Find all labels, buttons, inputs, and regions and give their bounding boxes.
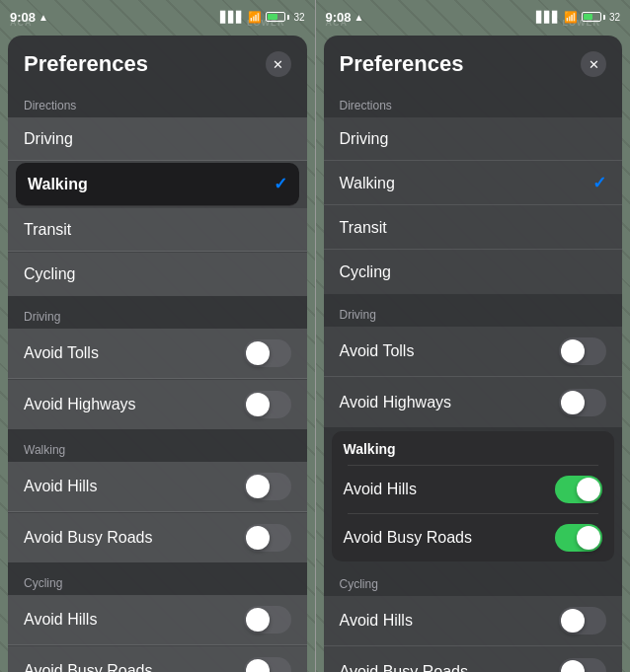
close-button-right[interactable]: ✕ — [581, 51, 606, 77]
list-item-cycling-right[interactable]: Cycling — [324, 251, 623, 294]
wifi-icon-right: 📶 — [564, 11, 578, 24]
cycling-group-right: Avoid Hills Avoid Busy Roads — [324, 596, 623, 672]
walking-group-left: Avoid Hills Avoid Busy Roads — [8, 462, 307, 562]
list-item-cycling-left[interactable]: Cycling — [8, 253, 307, 296]
avoid-busy-roads-cycling-toggle-left[interactable] — [244, 657, 291, 672]
cycling-group-left: Avoid Hills Avoid Busy Roads — [8, 595, 307, 672]
avoid-busy-roads-cycling-toggle-right[interactable] — [559, 658, 606, 672]
cycling-label-right: Cycling — [340, 263, 391, 281]
driving-label-right: Driving — [340, 130, 389, 148]
list-item-driving-right[interactable]: Driving — [324, 117, 623, 161]
avoid-tolls-toggle-left[interactable] — [244, 339, 291, 367]
list-item-avoid-busy-roads-walking-left[interactable]: Avoid Busy Roads — [8, 513, 307, 562]
modal-content-right[interactable]: Directions Driving Walking ✓ Transit Cyc… — [324, 87, 623, 672]
close-button-left[interactable]: ✕ — [266, 51, 291, 77]
cycling-label-left: Cycling — [24, 265, 75, 283]
time-left: 9:08 ▲ — [10, 10, 48, 25]
avoid-hills-cycling-label-right: Avoid Hills — [340, 612, 413, 630]
walking-section-header: Walking — [332, 431, 615, 465]
location-arrow-left: ▲ — [39, 12, 48, 23]
walking-label-left: Walking — [28, 176, 88, 193]
section-header-driving-right: Driving — [324, 296, 623, 326]
status-icons-left: ▋▋▋ 📶 32 — [220, 11, 304, 24]
avoid-hills-walking-label-left: Avoid Hills — [24, 478, 97, 495]
list-item-walking-right[interactable]: Walking ✓ — [324, 162, 623, 205]
preferences-modal-right: Preferences ✕ Directions Driving Walking… — [324, 36, 623, 672]
list-item-transit-left[interactable]: Transit — [8, 208, 307, 252]
driving-group-right: Avoid Tolls Avoid Highways — [324, 327, 623, 427]
driving-label-left: Driving — [24, 130, 73, 148]
transit-label-left: Transit — [24, 221, 71, 239]
avoid-hills-walking-toggle-right[interactable] — [555, 476, 602, 503]
avoid-hills-cycling-toggle-right[interactable] — [559, 607, 606, 635]
left-panel: ACA LOWER 9:08 ▲ ▋▋▋ 📶 32 Preferences ✕ — [0, 0, 315, 672]
status-icons-right: ▋▋▋ 📶 32 — [536, 11, 620, 24]
status-bar-left: 9:08 ▲ ▋▋▋ 📶 32 — [0, 0, 315, 28]
section-header-cycling-left: Cycling — [8, 564, 307, 594]
section-header-directions-left: Directions — [8, 87, 307, 116]
walking-label-right: Walking — [340, 175, 395, 192]
right-panel: ACA LOWER 9:08 ▲ ▋▋▋ 📶 32 Preferences ✕ — [316, 0, 631, 672]
battery-right — [582, 12, 605, 22]
battery-percent-right: 32 — [609, 12, 620, 23]
list-item-driving-left[interactable]: Driving — [8, 117, 307, 161]
avoid-tolls-label-left: Avoid Tolls — [24, 344, 99, 362]
modal-header-right: Preferences ✕ — [324, 36, 623, 87]
driving-group-left: Avoid Tolls Avoid Highways — [8, 329, 307, 429]
avoid-busy-roads-walking-toggle-left[interactable] — [244, 524, 291, 552]
avoid-highways-toggle-left[interactable] — [244, 391, 291, 418]
list-item-transit-right[interactable]: Transit — [324, 206, 623, 250]
list-item-avoid-busy-roads-cycling-left[interactable]: Avoid Busy Roads — [8, 646, 307, 672]
time-right: 9:08 ▲ — [326, 10, 364, 25]
avoid-busy-roads-walking-label-left: Avoid Busy Roads — [24, 529, 152, 547]
list-item-avoid-tolls-right[interactable]: Avoid Tolls — [324, 327, 623, 377]
signal-icon-right: ▋▋▋ — [536, 11, 560, 24]
avoid-hills-walking-label-right: Avoid Hills — [344, 481, 417, 498]
avoid-hills-cycling-label-left: Avoid Hills — [24, 611, 97, 629]
avoid-highways-label-left: Avoid Highways — [24, 396, 136, 413]
avoid-busy-roads-cycling-label-left: Avoid Busy Roads — [24, 662, 152, 672]
avoid-tolls-label-right: Avoid Tolls — [340, 342, 415, 360]
list-item-avoid-hills-walking-left[interactable]: Avoid Hills — [8, 462, 307, 512]
list-item-avoid-highways-right[interactable]: Avoid Highways — [324, 378, 623, 427]
modal-title-left: Preferences — [24, 51, 148, 77]
list-item-avoid-busy-roads-cycling-right[interactable]: Avoid Busy Roads — [324, 647, 623, 672]
list-item-avoid-hills-cycling-left[interactable]: Avoid Hills — [8, 595, 307, 645]
signal-icon-left: ▋▋▋ — [220, 11, 244, 24]
modal-title-right: Preferences — [340, 51, 464, 77]
battery-percent-left: 32 — [293, 12, 304, 23]
avoid-highways-label-right: Avoid Highways — [340, 394, 452, 411]
transit-label-right: Transit — [340, 219, 387, 237]
location-arrow-right: ▲ — [354, 12, 364, 23]
section-header-directions-right: Directions — [324, 87, 623, 116]
avoid-hills-walking-toggle-left[interactable] — [244, 473, 291, 500]
walking-item-avoid-busy-roads[interactable]: Avoid Busy Roads — [332, 514, 615, 561]
walking-highlighted-section: Walking Avoid Hills Avoid Busy Roads — [332, 431, 615, 561]
avoid-busy-roads-cycling-label-right: Avoid Busy Roads — [340, 663, 468, 672]
avoid-highways-toggle-right[interactable] — [559, 389, 606, 416]
list-item-avoid-hills-cycling-right[interactable]: Avoid Hills — [324, 596, 623, 646]
avoid-tolls-toggle-right[interactable] — [559, 337, 606, 365]
modal-content-left[interactable]: Directions Driving Walking ✓ Transit Cyc… — [8, 87, 307, 672]
avoid-hills-cycling-toggle-left[interactable] — [244, 606, 291, 634]
wifi-icon-left: 📶 — [248, 11, 262, 24]
section-header-driving-left: Driving — [8, 298, 307, 328]
battery-left — [266, 12, 289, 22]
walking-item-avoid-hills[interactable]: Avoid Hills — [332, 466, 615, 513]
directions-group-left: Driving Walking ✓ Transit Cycling — [8, 117, 307, 296]
directions-group-right: Driving Walking ✓ Transit Cycling — [324, 117, 623, 294]
preferences-modal-left: Preferences ✕ Directions Driving Walking… — [8, 36, 307, 672]
status-bar-right: 9:08 ▲ ▋▋▋ 📶 32 — [316, 0, 631, 28]
avoid-busy-roads-walking-label-right: Avoid Busy Roads — [344, 529, 472, 547]
modal-header-left: Preferences ✕ — [8, 36, 307, 87]
walking-checkmark-left: ✓ — [274, 174, 287, 194]
avoid-busy-roads-walking-toggle-right[interactable] — [555, 524, 602, 552]
section-header-walking-left: Walking — [8, 431, 307, 461]
list-item-avoid-highways-left[interactable]: Avoid Highways — [8, 380, 307, 429]
list-item-walking-left[interactable]: Walking ✓ — [16, 163, 299, 206]
section-header-cycling-right: Cycling — [324, 565, 623, 595]
walking-checkmark-right: ✓ — [592, 173, 606, 193]
list-item-avoid-tolls-left[interactable]: Avoid Tolls — [8, 329, 307, 379]
